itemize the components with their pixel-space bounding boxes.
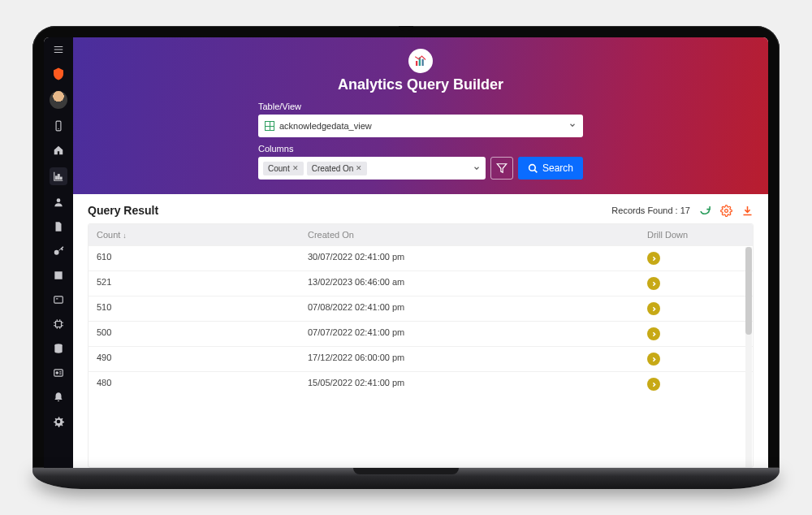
laptop-frame: Analytics Query Builder Table/View ackno… bbox=[32, 26, 780, 489]
bell-icon[interactable] bbox=[51, 390, 66, 405]
columns-multiselect[interactable]: Count ✕ Created On ✕ bbox=[258, 157, 486, 180]
gear-icon[interactable] bbox=[51, 414, 66, 429]
refresh-icon[interactable] bbox=[698, 204, 711, 217]
svg-rect-6 bbox=[58, 175, 59, 180]
result-table: Count↓ Created On Drill Down 61030/07/20… bbox=[88, 223, 754, 468]
table-row: 52113/02/2023 06:46:00 am bbox=[89, 270, 753, 296]
records-found-label: Records Found : 17 bbox=[611, 206, 690, 215]
file-icon[interactable] bbox=[51, 219, 66, 234]
user-icon[interactable] bbox=[51, 195, 66, 210]
chevron-down-icon bbox=[568, 121, 577, 131]
search-button-label: Search bbox=[542, 162, 573, 174]
key-icon[interactable] bbox=[51, 244, 66, 258]
svg-point-8 bbox=[57, 198, 61, 202]
search-button[interactable]: Search bbox=[518, 157, 583, 180]
card-icon[interactable] bbox=[51, 292, 66, 307]
cell-count: 480 bbox=[89, 372, 300, 396]
table-select-value: acknowledgedata_view bbox=[279, 121, 372, 131]
filter-button[interactable] bbox=[490, 157, 513, 180]
svg-line-31 bbox=[534, 170, 537, 172]
sort-desc-icon: ↓ bbox=[123, 232, 127, 240]
svg-rect-26 bbox=[416, 61, 417, 66]
result-toolbar: Records Found : 17 bbox=[611, 204, 754, 217]
svg-point-32 bbox=[724, 209, 728, 212]
svg-point-9 bbox=[54, 250, 59, 255]
app-logo-icon bbox=[408, 49, 433, 73]
column-chip: Count ✕ bbox=[263, 162, 304, 175]
cell-count: 510 bbox=[89, 296, 300, 321]
id-icon[interactable] bbox=[51, 366, 66, 380]
table-body: 61030/07/2022 02:41:00 pm52113/02/2023 0… bbox=[89, 245, 753, 396]
table-select[interactable]: acknowledgedata_view bbox=[258, 115, 583, 137]
home-icon[interactable] bbox=[51, 143, 66, 158]
column-chip: Created On ✕ bbox=[307, 162, 368, 175]
cell-drill bbox=[639, 246, 753, 270]
cell-count: 521 bbox=[89, 271, 300, 296]
table-row: 50007/07/2022 02:41:00 pm bbox=[89, 321, 753, 346]
book-icon[interactable] bbox=[51, 268, 66, 283]
settings-icon[interactable] bbox=[719, 204, 732, 217]
scrollbar[interactable] bbox=[745, 247, 752, 467]
cell-created: 15/05/2022 02:41:00 pm bbox=[300, 372, 639, 396]
cell-drill bbox=[639, 372, 753, 396]
svg-rect-28 bbox=[422, 59, 424, 66]
screen-bezel: Analytics Query Builder Table/View ackno… bbox=[32, 26, 780, 468]
chip-label: Count bbox=[268, 164, 290, 173]
drill-down-button[interactable] bbox=[647, 378, 660, 391]
svg-rect-12 bbox=[56, 322, 62, 327]
drill-down-button[interactable] bbox=[647, 353, 660, 366]
table-header: Count↓ Created On Drill Down bbox=[89, 224, 753, 245]
chip-label: Created On bbox=[312, 164, 354, 173]
shield-icon[interactable] bbox=[51, 67, 66, 81]
svg-rect-5 bbox=[56, 176, 58, 180]
cell-created: 30/07/2022 02:41:00 pm bbox=[300, 246, 639, 270]
th-drill: Drill Down bbox=[639, 224, 753, 245]
cell-created: 17/12/2022 06:00:00 pm bbox=[300, 347, 639, 371]
database-icon[interactable] bbox=[51, 341, 66, 356]
search-icon bbox=[528, 163, 538, 174]
columns-row: Count ✕ Created On ✕ bbox=[258, 157, 583, 180]
drill-down-button[interactable] bbox=[647, 302, 660, 315]
svg-point-30 bbox=[529, 164, 536, 171]
chart-icon[interactable] bbox=[50, 167, 67, 185]
laptop-base bbox=[32, 468, 780, 489]
th-count[interactable]: Count↓ bbox=[89, 224, 300, 245]
chip-remove-icon[interactable]: ✕ bbox=[292, 164, 299, 172]
svg-marker-29 bbox=[497, 164, 507, 173]
scrollbar-thumb[interactable] bbox=[745, 247, 752, 335]
chevron-down-icon[interactable] bbox=[473, 161, 481, 175]
cell-count: 500 bbox=[89, 322, 300, 346]
main-content: Analytics Query Builder Table/View ackno… bbox=[73, 37, 768, 468]
th-created[interactable]: Created On bbox=[300, 224, 639, 245]
cell-created: 13/02/2023 06:46:00 am bbox=[300, 271, 639, 296]
svg-point-23 bbox=[56, 372, 58, 374]
cell-count: 610 bbox=[89, 246, 300, 270]
avatar[interactable] bbox=[50, 91, 67, 109]
result-header: Query Result Records Found : 17 bbox=[88, 204, 754, 217]
header: Analytics Query Builder Table/View ackno… bbox=[73, 37, 768, 194]
download-icon[interactable] bbox=[741, 204, 754, 217]
table-row: 51007/08/2022 02:41:00 pm bbox=[89, 296, 753, 321]
query-form: Table/View acknowledgedata_view Columns bbox=[258, 102, 583, 180]
app-viewport: Analytics Query Builder Table/View ackno… bbox=[44, 37, 768, 468]
mobile-icon[interactable] bbox=[51, 119, 66, 133]
cell-created: 07/08/2022 02:41:00 pm bbox=[300, 296, 639, 321]
cell-created: 07/07/2022 02:41:00 pm bbox=[300, 322, 639, 346]
camera-notch bbox=[399, 26, 413, 31]
cell-count: 490 bbox=[89, 347, 300, 371]
table-row: 49017/12/2022 06:00:00 pm bbox=[89, 346, 753, 371]
table-row: 61030/07/2022 02:41:00 pm bbox=[89, 245, 753, 270]
drill-down-button[interactable] bbox=[647, 327, 660, 340]
drill-down-button[interactable] bbox=[647, 252, 660, 265]
sidebar bbox=[44, 37, 73, 468]
menu-icon[interactable] bbox=[51, 42, 66, 57]
cpu-icon[interactable] bbox=[51, 317, 66, 331]
result-title: Query Result bbox=[88, 204, 158, 217]
svg-rect-10 bbox=[54, 296, 63, 303]
cell-drill bbox=[639, 296, 753, 321]
cell-drill bbox=[639, 271, 753, 296]
drill-down-button[interactable] bbox=[647, 277, 660, 290]
chip-remove-icon[interactable]: ✕ bbox=[356, 164, 362, 172]
table-label: Table/View bbox=[258, 102, 583, 111]
page-title: Analytics Query Builder bbox=[338, 76, 503, 93]
